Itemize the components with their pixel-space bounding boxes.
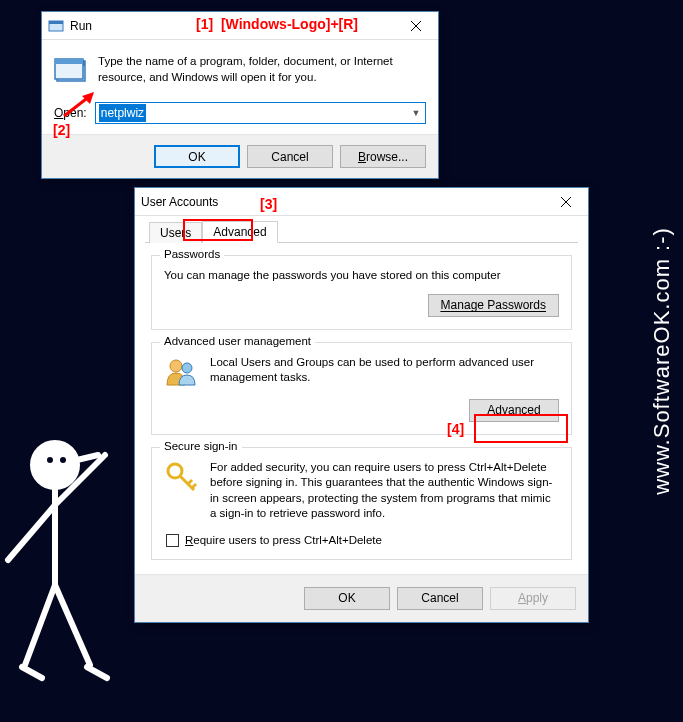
secure-group-title: Secure sign-in [160, 440, 242, 452]
users-group-icon [164, 355, 198, 389]
require-cad-label: Require users to press Ctrl+Alt+Delete [185, 534, 382, 546]
ua-title: User Accounts [141, 195, 218, 209]
svg-line-9 [22, 667, 42, 678]
require-cad-checkbox[interactable] [166, 534, 179, 547]
annotation-3: [3] [260, 196, 277, 212]
chevron-down-icon[interactable]: ▼ [407, 108, 425, 118]
manage-passwords-button[interactable]: Manage Passwords [428, 294, 559, 317]
svg-point-23 [170, 360, 182, 372]
annotation-2: [2] [53, 122, 70, 138]
passwords-text: You can manage the passwords you have st… [164, 268, 559, 284]
advanced-button[interactable]: Advanced [469, 399, 559, 422]
key-icon [164, 460, 198, 494]
tab-advanced[interactable]: Advanced [202, 221, 277, 243]
open-input-value: netplwiz [99, 104, 146, 122]
ok-button[interactable]: OK [154, 145, 240, 168]
advanced-management-group: Advanced user management Local Users and… [151, 342, 572, 435]
svg-line-27 [188, 480, 192, 484]
ua-titlebar[interactable]: User Accounts [135, 188, 588, 216]
secure-text: For added security, you can require user… [210, 460, 559, 522]
advanced-text: Local Users and Groups can be used to pe… [210, 355, 559, 386]
secure-signin-group: Secure sign-in For added security, you c… [151, 447, 572, 560]
ua-button-row: OK Cancel Apply [135, 574, 588, 622]
tab-bar: Users Advanced [145, 220, 578, 243]
close-button[interactable] [544, 188, 588, 216]
svg-rect-18 [55, 59, 83, 64]
watermark-text: www.SoftwareOK.com :-) [649, 227, 675, 495]
annotation-1: [1] [Windows-Logo]+[R] [196, 16, 358, 32]
browse-button[interactable]: Browse... [340, 145, 426, 168]
advanced-group-title: Advanced user management [160, 335, 315, 347]
run-description: Type the name of a program, folder, docu… [98, 54, 426, 85]
cancel-button[interactable]: Cancel [247, 145, 333, 168]
svg-rect-12 [49, 21, 63, 24]
user-accounts-dialog: User Accounts Users Advanced Passwords Y… [134, 187, 589, 623]
run-title: Run [70, 19, 92, 33]
svg-point-25 [168, 464, 182, 478]
annotation-4: [4] [447, 421, 464, 437]
close-icon [411, 21, 421, 31]
run-program-icon [54, 54, 88, 88]
svg-point-1 [47, 457, 53, 463]
svg-line-8 [55, 585, 90, 665]
passwords-group-title: Passwords [160, 248, 224, 260]
svg-line-3 [77, 455, 98, 460]
run-dialog: Run Type the name of a program, folder, … [41, 11, 439, 179]
svg-line-10 [87, 667, 107, 678]
svg-point-2 [60, 457, 66, 463]
apply-button[interactable]: Apply [490, 587, 576, 610]
svg-point-24 [182, 363, 192, 373]
stick-figure-graphic [0, 420, 140, 700]
annotation-arrow [62, 90, 98, 118]
close-button[interactable] [394, 12, 438, 40]
svg-line-7 [25, 585, 55, 665]
tab-users[interactable]: Users [149, 222, 202, 243]
svg-point-0 [33, 443, 77, 487]
cancel-button[interactable]: Cancel [397, 587, 483, 610]
run-icon [48, 18, 64, 34]
passwords-group: Passwords You can manage the passwords y… [151, 255, 572, 330]
svg-line-28 [192, 484, 196, 488]
close-icon [561, 197, 571, 207]
open-combobox[interactable]: netplwiz ▼ [95, 102, 426, 124]
ok-button[interactable]: OK [304, 587, 390, 610]
svg-line-6 [8, 505, 55, 560]
run-button-row: OK Cancel Browse... [42, 134, 438, 178]
